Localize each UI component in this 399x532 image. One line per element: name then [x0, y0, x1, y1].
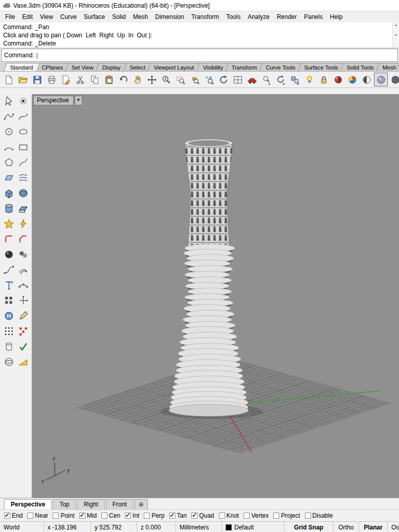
osnap-quad-checkbox[interactable] — [191, 513, 197, 519]
osnap-toggle[interactable]: Osnap — [388, 522, 399, 532]
command-input[interactable] — [39, 52, 395, 59]
sidebar-tool-pencil-edit[interactable] — [16, 309, 30, 322]
sidebar-tool-material[interactable] — [2, 309, 16, 322]
osnap-int-checkbox[interactable] — [125, 513, 131, 519]
osnap-disable-checkbox[interactable] — [305, 513, 311, 519]
sidebar-tool-plane-surface[interactable] — [2, 171, 16, 184]
sidebar-tool-offset-curve[interactable] — [16, 263, 30, 276]
sidebar-tool-control-point-curve[interactable] — [2, 109, 16, 123]
planar-toggle[interactable]: Planar — [359, 522, 388, 532]
rotate-view-button[interactable] — [216, 73, 230, 86]
toolbar-tab-cplanes[interactable]: CPlanes — [35, 63, 70, 71]
menu-curve[interactable]: Curve — [57, 12, 80, 21]
paste-button[interactable] — [102, 73, 116, 86]
sidebar-tool-fillet[interactable] — [2, 232, 16, 246]
open-file-button[interactable] — [16, 73, 30, 86]
osnap-vertex[interactable]: Vertex — [243, 512, 269, 519]
save-file-button[interactable] — [30, 73, 44, 86]
pan-view-button[interactable] — [130, 73, 144, 86]
display-color-button[interactable] — [345, 73, 359, 86]
osnap-cen[interactable]: Cen — [101, 512, 120, 519]
properties-button[interactable] — [59, 73, 73, 86]
sidebar-tool-arc[interactable] — [2, 140, 16, 153]
viewport-tab-perspective[interactable]: Perspective — [4, 499, 52, 509]
sidebar-tool-render-sphere[interactable] — [2, 248, 16, 261]
lights-button[interactable] — [302, 73, 316, 86]
sidebar-tool-loft[interactable] — [16, 171, 30, 184]
zoom-selected-button[interactable] — [188, 73, 202, 86]
osnap-disable[interactable]: Disable — [305, 512, 333, 519]
toolbar-tab-surface-tools[interactable]: Surface Tools — [298, 63, 345, 71]
sidebar-tool-edit-points[interactable] — [16, 278, 30, 292]
command-history-scrollbar[interactable]: ▲▼ — [392, 23, 399, 48]
sidebar-tool-extrude-surface[interactable] — [16, 202, 30, 215]
zoom-window-button[interactable] — [173, 73, 187, 86]
sidebar-tool-boolean-union[interactable] — [2, 217, 16, 230]
viewport-title-dropdown[interactable]: Perspective ▼ — [33, 96, 82, 105]
osnap-end-checkbox[interactable] — [4, 513, 10, 519]
sidebar-tool-chamfer[interactable] — [16, 232, 30, 246]
sidebar-tool-array-rect[interactable] — [2, 294, 16, 307]
osnap-mid[interactable]: Mid — [79, 512, 97, 519]
sidebar-tool-interpolate-curve[interactable] — [16, 109, 30, 123]
sidebar-tool-sphere-outline[interactable] — [2, 355, 16, 368]
viewport-layout-button[interactable] — [231, 73, 245, 86]
chevron-down-icon[interactable]: ▼ — [75, 96, 82, 105]
osnap-point[interactable]: Point — [53, 512, 74, 519]
zoom-dynamic-button[interactable] — [159, 73, 173, 86]
cut-button[interactable] — [73, 73, 87, 86]
osnap-project-checkbox[interactable] — [273, 513, 279, 519]
menu-surface[interactable]: Surface — [80, 12, 108, 21]
osnap-end[interactable]: End — [4, 512, 23, 519]
osnap-vertex-checkbox[interactable] — [243, 513, 250, 519]
sidebar-tool-blend-spheres[interactable] — [16, 248, 30, 261]
sidebar-tool-array-points[interactable] — [2, 324, 16, 338]
osnap-mid-checkbox[interactable] — [79, 513, 85, 519]
osnap-cen-checkbox[interactable] — [101, 513, 107, 519]
toolbar-tab-set-view[interactable]: Set View — [65, 63, 100, 71]
menu-help[interactable]: Help — [326, 12, 346, 21]
menu-mesh[interactable]: Mesh — [129, 12, 151, 21]
sidebar-tool-cylinder[interactable] — [2, 202, 16, 215]
display-wireframe-button[interactable] — [388, 73, 399, 86]
toolbar-tab-solid-tools[interactable]: Solid Tools — [340, 63, 381, 71]
new-viewport-tab-button[interactable]: ⊕ — [135, 499, 148, 509]
osnap-int[interactable]: Int — [125, 512, 139, 519]
osnap-quad[interactable]: Quad — [191, 512, 214, 519]
sidebar-tool-box[interactable] — [2, 186, 16, 199]
copy-button[interactable] — [87, 73, 101, 86]
zoom-extents-button[interactable] — [202, 73, 216, 86]
osnap-near-checkbox[interactable] — [27, 513, 33, 519]
sidebar-tool-point[interactable] — [16, 94, 30, 107]
menu-render[interactable]: Render — [273, 12, 300, 21]
menu-analyze[interactable]: Analyze — [244, 12, 273, 21]
sidebar-tool-sphere[interactable] — [16, 186, 30, 199]
sidebar-tool-rectangle[interactable] — [16, 140, 30, 153]
osnap-tan-checkbox[interactable] — [169, 513, 175, 519]
toolbar-tab-mesh-tools[interactable]: Mesh Tools — [376, 63, 399, 71]
sidebar-tool-polygon[interactable] — [2, 156, 16, 169]
menu-panels[interactable]: Panels — [300, 12, 326, 21]
render-button[interactable] — [245, 73, 259, 86]
menu-file[interactable]: File — [2, 12, 18, 21]
menu-tools[interactable]: Tools — [223, 12, 244, 21]
menu-view[interactable]: View — [36, 12, 57, 21]
sidebar-tool-text-object[interactable] — [2, 278, 16, 292]
menu-transform[interactable]: Transform — [188, 12, 223, 21]
osnap-knot-checkbox[interactable] — [219, 513, 225, 519]
sidebar-tool-freeform-curve[interactable] — [16, 156, 30, 169]
menu-edit[interactable]: Edit — [18, 12, 36, 21]
viewport-tab-right[interactable]: Right — [77, 499, 105, 509]
toolbar-tab-viewport-layout[interactable]: Viewport Layout — [147, 63, 201, 71]
sidebar-tool-wedge[interactable] — [16, 355, 30, 368]
toolbar-tab-curve-tools[interactable]: Curve Tools — [259, 63, 302, 71]
sidebar-tool-boolean-difference[interactable] — [16, 217, 30, 230]
menu-dimension[interactable]: Dimension — [151, 12, 188, 21]
viewport-tab-front[interactable]: Front — [106, 499, 134, 509]
osnap-perp-checkbox[interactable] — [144, 513, 150, 519]
toolbar-tab-standard[interactable]: Standard — [4, 63, 39, 71]
zoom-flyout-button[interactable] — [259, 73, 273, 86]
units-indicator[interactable]: Millimeters — [176, 522, 222, 532]
viewport-canvas[interactable]: z y x — [32, 94, 399, 498]
ortho-toggle[interactable]: Ortho — [334, 522, 359, 532]
